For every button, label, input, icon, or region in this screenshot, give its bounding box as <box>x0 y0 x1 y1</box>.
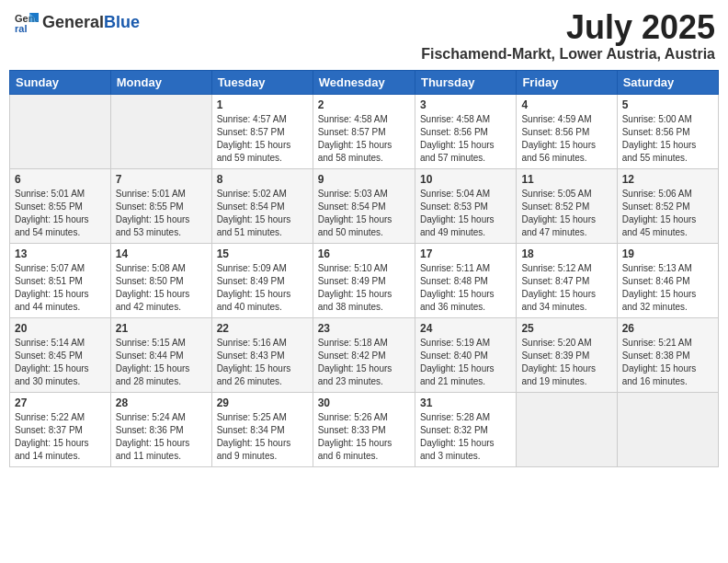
day-info: Sunrise: 5:02 AM Sunset: 8:54 PM Dayligh… <box>217 188 308 239</box>
weekday-header: Saturday <box>617 70 718 94</box>
day-info: Sunrise: 4:59 AM Sunset: 8:56 PM Dayligh… <box>521 113 611 165</box>
day-number: 10 <box>420 173 511 186</box>
day-info: Sunrise: 4:57 AM Sunset: 8:57 PM Dayligh… <box>217 113 308 165</box>
day-info: Sunrise: 5:28 AM Sunset: 8:32 PM Dayligh… <box>420 411 511 463</box>
calendar-cell: 16Sunrise: 5:10 AM Sunset: 8:49 PM Dayli… <box>313 243 415 317</box>
svg-text:ral: ral <box>15 23 27 34</box>
day-info: Sunrise: 5:14 AM Sunset: 8:45 PM Dayligh… <box>15 337 106 388</box>
logo-text: GeneralBlue <box>42 13 140 32</box>
svg-marker-3 <box>29 13 39 22</box>
day-info: Sunrise: 5:26 AM Sunset: 8:33 PM Dayligh… <box>318 411 410 463</box>
calendar-week-row: 27Sunrise: 5:22 AM Sunset: 8:37 PM Dayli… <box>10 392 719 466</box>
day-info: Sunrise: 5:03 AM Sunset: 8:54 PM Dayligh… <box>318 188 410 239</box>
month-title: July 2025 <box>421 9 715 46</box>
day-info: Sunrise: 5:08 AM Sunset: 8:50 PM Dayligh… <box>116 262 207 314</box>
day-info: Sunrise: 5:15 AM Sunset: 8:44 PM Dayligh… <box>116 337 207 388</box>
calendar-cell: 6Sunrise: 5:01 AM Sunset: 8:55 PM Daylig… <box>10 168 111 243</box>
day-info: Sunrise: 5:12 AM Sunset: 8:47 PM Dayligh… <box>521 262 611 314</box>
day-number: 28 <box>116 396 207 409</box>
calendar-cell: 29Sunrise: 5:25 AM Sunset: 8:34 PM Dayli… <box>211 392 313 466</box>
day-info: Sunrise: 5:00 AM Sunset: 8:56 PM Dayligh… <box>622 113 713 165</box>
day-info: Sunrise: 5:10 AM Sunset: 8:49 PM Dayligh… <box>318 262 410 314</box>
calendar-cell: 15Sunrise: 5:09 AM Sunset: 8:49 PM Dayli… <box>211 243 313 317</box>
calendar-cell: 30Sunrise: 5:26 AM Sunset: 8:33 PM Dayli… <box>313 392 415 466</box>
day-info: Sunrise: 5:24 AM Sunset: 8:36 PM Dayligh… <box>116 411 207 463</box>
day-number: 5 <box>622 98 713 111</box>
day-number: 8 <box>217 173 308 186</box>
day-number: 22 <box>217 322 308 335</box>
calendar-cell: 2Sunrise: 4:58 AM Sunset: 8:57 PM Daylig… <box>313 94 415 168</box>
calendar-cell: 31Sunrise: 5:28 AM Sunset: 8:32 PM Dayli… <box>415 392 516 466</box>
calendar-cell: 22Sunrise: 5:16 AM Sunset: 8:43 PM Dayli… <box>211 317 313 392</box>
calendar-cell: 19Sunrise: 5:13 AM Sunset: 8:46 PM Dayli… <box>617 243 718 317</box>
calendar-cell: 1Sunrise: 4:57 AM Sunset: 8:57 PM Daylig… <box>211 94 313 168</box>
calendar-cell: 20Sunrise: 5:14 AM Sunset: 8:45 PM Dayli… <box>10 317 111 392</box>
day-number: 14 <box>116 247 207 260</box>
calendar-week-row: 1Sunrise: 4:57 AM Sunset: 8:57 PM Daylig… <box>10 94 719 168</box>
logo: Gene ral GeneralBlue <box>13 9 140 35</box>
logo-blue: Blue <box>104 13 140 32</box>
day-info: Sunrise: 5:07 AM Sunset: 8:51 PM Dayligh… <box>15 262 106 314</box>
calendar-week-row: 20Sunrise: 5:14 AM Sunset: 8:45 PM Dayli… <box>10 317 719 392</box>
day-number: 2 <box>318 98 410 111</box>
day-info: Sunrise: 5:18 AM Sunset: 8:42 PM Dayligh… <box>318 337 410 388</box>
calendar-cell: 24Sunrise: 5:19 AM Sunset: 8:40 PM Dayli… <box>415 317 516 392</box>
calendar-cell: 28Sunrise: 5:24 AM Sunset: 8:36 PM Dayli… <box>110 392 211 466</box>
day-number: 7 <box>116 173 207 186</box>
logo-icon: Gene ral <box>13 9 39 35</box>
day-info: Sunrise: 5:04 AM Sunset: 8:53 PM Dayligh… <box>420 188 511 239</box>
day-number: 24 <box>420 322 511 335</box>
calendar-cell: 21Sunrise: 5:15 AM Sunset: 8:44 PM Dayli… <box>110 317 211 392</box>
day-number: 31 <box>420 396 511 409</box>
day-number: 23 <box>318 322 410 335</box>
day-info: Sunrise: 5:01 AM Sunset: 8:55 PM Dayligh… <box>15 188 106 239</box>
day-number: 25 <box>521 322 611 335</box>
calendar-cell: 11Sunrise: 5:05 AM Sunset: 8:52 PM Dayli… <box>517 168 617 243</box>
day-number: 20 <box>15 322 106 335</box>
calendar-cell: 4Sunrise: 4:59 AM Sunset: 8:56 PM Daylig… <box>517 94 617 168</box>
day-info: Sunrise: 4:58 AM Sunset: 8:57 PM Dayligh… <box>318 113 410 165</box>
logo-general: General <box>42 13 104 32</box>
calendar-cell: 5Sunrise: 5:00 AM Sunset: 8:56 PM Daylig… <box>617 94 718 168</box>
title-block: July 2025 Fischamend-Markt, Lower Austri… <box>421 9 715 63</box>
weekday-header: Sunday <box>10 70 111 94</box>
day-info: Sunrise: 4:58 AM Sunset: 8:56 PM Dayligh… <box>420 113 511 165</box>
location-title: Fischamend-Markt, Lower Austria, Austria <box>421 46 715 63</box>
weekday-header: Tuesday <box>211 70 313 94</box>
calendar-cell <box>617 392 718 466</box>
day-info: Sunrise: 5:20 AM Sunset: 8:39 PM Dayligh… <box>521 337 611 388</box>
calendar-cell: 12Sunrise: 5:06 AM Sunset: 8:52 PM Dayli… <box>617 168 718 243</box>
day-info: Sunrise: 5:22 AM Sunset: 8:37 PM Dayligh… <box>15 411 106 463</box>
day-number: 29 <box>217 396 308 409</box>
calendar-cell: 7Sunrise: 5:01 AM Sunset: 8:55 PM Daylig… <box>110 168 211 243</box>
day-number: 26 <box>622 322 713 335</box>
calendar-week-row: 13Sunrise: 5:07 AM Sunset: 8:51 PM Dayli… <box>10 243 719 317</box>
calendar-cell: 25Sunrise: 5:20 AM Sunset: 8:39 PM Dayli… <box>517 317 617 392</box>
day-number: 4 <box>521 98 611 111</box>
day-info: Sunrise: 5:01 AM Sunset: 8:55 PM Dayligh… <box>116 188 207 239</box>
calendar-cell: 10Sunrise: 5:04 AM Sunset: 8:53 PM Dayli… <box>415 168 516 243</box>
day-info: Sunrise: 5:25 AM Sunset: 8:34 PM Dayligh… <box>217 411 308 463</box>
weekday-header: Monday <box>110 70 211 94</box>
calendar-cell: 18Sunrise: 5:12 AM Sunset: 8:47 PM Dayli… <box>517 243 617 317</box>
day-number: 11 <box>521 173 611 186</box>
weekday-header: Friday <box>517 70 617 94</box>
calendar-cell: 9Sunrise: 5:03 AM Sunset: 8:54 PM Daylig… <box>313 168 415 243</box>
day-number: 19 <box>622 247 713 260</box>
day-info: Sunrise: 5:09 AM Sunset: 8:49 PM Dayligh… <box>217 262 308 314</box>
day-info: Sunrise: 5:05 AM Sunset: 8:52 PM Dayligh… <box>521 188 611 239</box>
day-number: 12 <box>622 173 713 186</box>
day-number: 17 <box>420 247 511 260</box>
weekday-header-row: SundayMondayTuesdayWednesdayThursdayFrid… <box>10 70 719 94</box>
day-info: Sunrise: 5:21 AM Sunset: 8:38 PM Dayligh… <box>622 337 713 388</box>
day-number: 16 <box>318 247 410 260</box>
calendar-week-row: 6Sunrise: 5:01 AM Sunset: 8:55 PM Daylig… <box>10 168 719 243</box>
weekday-header: Thursday <box>415 70 516 94</box>
calendar-cell: 8Sunrise: 5:02 AM Sunset: 8:54 PM Daylig… <box>211 168 313 243</box>
calendar-cell: 3Sunrise: 4:58 AM Sunset: 8:56 PM Daylig… <box>415 94 516 168</box>
day-info: Sunrise: 5:16 AM Sunset: 8:43 PM Dayligh… <box>217 337 308 388</box>
day-number: 3 <box>420 98 511 111</box>
calendar-cell: 17Sunrise: 5:11 AM Sunset: 8:48 PM Dayli… <box>415 243 516 317</box>
day-info: Sunrise: 5:19 AM Sunset: 8:40 PM Dayligh… <box>420 337 511 388</box>
calendar-cell: 14Sunrise: 5:08 AM Sunset: 8:50 PM Dayli… <box>110 243 211 317</box>
